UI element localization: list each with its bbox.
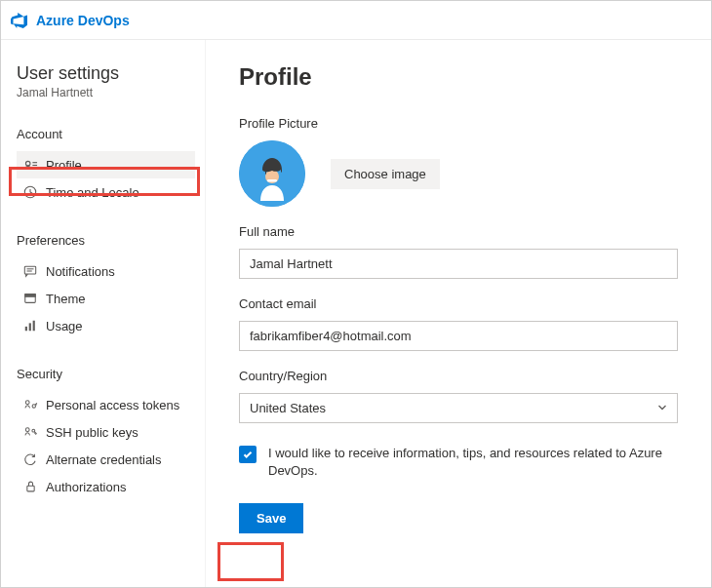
svg-rect-9: [25, 327, 27, 331]
sidebar-item-ssh-keys[interactable]: SSH public keys: [17, 418, 195, 446]
svg-rect-19: [267, 179, 277, 182]
checkmark-icon: [242, 449, 254, 460]
sidebar-item-usage[interactable]: Usage: [17, 312, 195, 339]
sidebar-item-label: Alternate credentials: [46, 452, 162, 467]
svg-rect-16: [26, 486, 33, 491]
top-bar: Azure DevOps: [1, 1, 711, 40]
fullname-label: Full name: [239, 224, 678, 239]
sidebar: User settings Jamal Hartnett Account Pro…: [1, 40, 206, 587]
nav-section-security: Security: [17, 367, 195, 381]
email-label: Contact email: [239, 296, 678, 311]
sidebar-item-label: Authorizations: [46, 480, 126, 494]
theme-icon: [22, 291, 38, 306]
sidebar-item-label: Personal access tokens: [46, 398, 179, 412]
svg-point-14: [25, 427, 29, 431]
sidebar-item-personal-access-tokens[interactable]: Personal access tokens: [17, 391, 195, 418]
sidebar-item-notifications[interactable]: Notifications: [17, 257, 195, 285]
save-button[interactable]: Save: [239, 503, 303, 533]
country-label: Country/Region: [239, 369, 678, 383]
email-field[interactable]: [239, 321, 678, 351]
sidebar-title: User settings: [17, 63, 195, 84]
sidebar-item-alternate-credentials[interactable]: Alternate credentials: [17, 446, 195, 473]
chat-icon: [22, 263, 38, 279]
nav-section-account: Account: [17, 127, 195, 141]
svg-point-13: [32, 404, 35, 407]
svg-point-12: [25, 400, 29, 404]
profile-picture-label: Profile Picture: [239, 116, 678, 131]
sidebar-item-label: Time and Locale: [46, 185, 139, 200]
sidebar-item-label: SSH public keys: [46, 425, 138, 440]
lock-icon: [22, 479, 38, 494]
sidebar-item-profile[interactable]: Profile: [17, 151, 195, 178]
sidebar-item-label: Notifications: [46, 264, 115, 279]
svg-rect-11: [33, 321, 35, 332]
brand-name[interactable]: Azure DevOps: [36, 13, 130, 28]
avatar: [239, 140, 305, 207]
azure-devops-logo-icon: [11, 12, 28, 29]
sidebar-item-theme[interactable]: Theme: [17, 285, 195, 312]
sidebar-item-time-locale[interactable]: Time and Locale: [17, 178, 195, 206]
nav-section-preferences: Preferences: [17, 233, 195, 248]
ssh-key-icon: [22, 424, 38, 440]
svg-rect-8: [25, 294, 36, 297]
choose-image-button[interactable]: Choose image: [331, 159, 440, 189]
key-person-icon: [22, 397, 38, 412]
fullname-field[interactable]: [239, 249, 678, 279]
sidebar-item-label: Profile: [46, 158, 82, 173]
sidebar-item-label: Usage: [46, 319, 83, 333]
optin-label: I would like to receive information, tip…: [268, 445, 678, 480]
sidebar-subtitle: Jamal Hartnett: [17, 86, 195, 99]
main-content: Profile Profile Picture Choose image Ful…: [206, 40, 711, 587]
country-select[interactable]: United States: [239, 393, 678, 423]
svg-point-0: [25, 161, 30, 166]
person-card-icon: [22, 157, 38, 173]
optin-checkbox[interactable]: [239, 446, 257, 463]
svg-rect-10: [29, 323, 31, 331]
clock-icon: [22, 184, 38, 200]
refresh-icon: [22, 451, 38, 467]
sidebar-item-label: Theme: [46, 292, 85, 306]
page-title: Profile: [239, 63, 678, 91]
svg-rect-4: [24, 266, 35, 274]
sidebar-item-authorizations[interactable]: Authorizations: [17, 473, 195, 500]
usage-chart-icon: [22, 318, 38, 333]
